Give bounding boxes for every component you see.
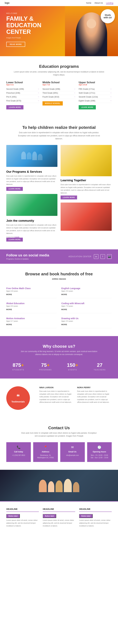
nina-name: NINA LARSON xyxy=(39,386,74,389)
social-tag: #EDUCATION CENTER xyxy=(69,256,91,258)
class-drawing-title: Drawing with Us xyxy=(61,317,112,320)
testimonials-section: ❝ Testimonials NINA LARSON Duis aute iru… xyxy=(0,378,118,418)
facebook-icon[interactable]: f xyxy=(100,254,105,259)
headlines-grid: HEADLINE Button label Lorem ipsum dolor … xyxy=(6,508,112,527)
contact-subtitle: Duis aute irure dolor in voluptate velit… xyxy=(20,432,98,438)
learning-text: Duis aute irure dolor in reprehenderit i… xyxy=(61,183,112,194)
hero-title: FAMILY &EDUCATIONCENTER xyxy=(6,16,60,35)
class-motion-more[interactable]: MORE xyxy=(6,324,12,326)
community-content: Join the community Duis aute irure dolor… xyxy=(6,219,57,242)
middle-school-age: Ages 7-15 xyxy=(42,84,76,86)
email-icon: ✉ xyxy=(63,445,82,449)
education-programs-section: Education programs Lorem ipsum dolor sit… xyxy=(0,56,118,117)
programs-title: Our Programs & Services xyxy=(6,170,57,174)
testimonial-nora: NORA PERRY Duis aute irure dolor in repr… xyxy=(77,386,112,404)
lower-grade-1: Second Grade (3/96) → xyxy=(6,87,39,91)
stat-students-label: STUDENTS xyxy=(6,369,30,371)
nav-logo: logo xyxy=(5,2,10,4)
headline-1-btn[interactable]: Button label xyxy=(6,514,20,518)
middle-grade-1: Second Grade (3/96) → xyxy=(42,87,76,91)
middle-grade-2: Third Grade (8/91) → xyxy=(42,91,76,95)
contact-phone-detail: +1 (234) 567-8910 xyxy=(9,454,28,456)
browse-title: Browse and book hundreds of free xyxy=(6,272,112,276)
middle-grade-3: Fourth Grade (9/10) → xyxy=(42,95,76,99)
testimonials-right: NINA LARSON Duis aute irure dolor in rep… xyxy=(39,386,112,404)
hero-read-more-button[interactable]: READ MORE xyxy=(6,42,25,47)
bubble-text: Studywith us! xyxy=(104,14,112,19)
community-learn-btn[interactable]: LEARN MORE xyxy=(6,238,23,242)
social-subtitle: Programs, Events & Updates xyxy=(6,258,49,260)
potential-section: To help children realize their potential… xyxy=(0,117,118,249)
program-middle-school: Middle School Ages 7-15 Second Grade (3/… xyxy=(42,81,76,110)
nora-text: Duis aute irure dolor in reprehenderit i… xyxy=(77,390,112,404)
class-math-title: Free Online Math Class xyxy=(6,287,57,290)
nav-links: home About Us Landing xyxy=(86,2,113,4)
lower-school-btn[interactable]: LEARN MORE xyxy=(6,105,23,110)
programs-text: Duis aute irure dolor in reprehenderit i… xyxy=(6,175,57,186)
education-title: Education programs xyxy=(6,64,112,69)
programs-grid: Lower School Ages 5-11 Second Grade (3/9… xyxy=(6,81,112,110)
class-english-title: English Language xyxy=(61,287,112,290)
class-irobot-age: Ages 8-9 years xyxy=(6,305,57,307)
class-drawing-more[interactable]: MORE xyxy=(61,324,67,326)
location-icon: 📍 xyxy=(36,445,55,449)
class-irobot-more[interactable]: MORE xyxy=(6,308,12,310)
why-subtitle: Join our community of life long learners… xyxy=(20,350,98,356)
browse-grid: Free Online Math Class Ages 6-8 years MO… xyxy=(6,285,112,328)
contact-email-detail: info@sample.com xyxy=(63,454,82,456)
linkedin-icon[interactable]: in xyxy=(94,254,98,259)
stat-students: 875+ STUDENTS xyxy=(6,362,30,371)
instagram-icon[interactable]: 📷 xyxy=(107,254,112,259)
study-bubble: Studywith us! xyxy=(101,9,115,23)
upper-grade-1: Fifth Grade (17/1a) → xyxy=(79,87,112,91)
nav-home[interactable]: home xyxy=(86,2,91,4)
image-credit: Images from Freepik xyxy=(6,236,57,238)
potential-grid: Our Programs & Services Duis aute irure … xyxy=(6,145,112,242)
contact-address-detail: Streetname, St.Washingtom DC, 07001 xyxy=(36,454,55,459)
nav-landing[interactable]: Landing xyxy=(106,2,113,4)
class-minecraft-title: Coding with Minecraft xyxy=(61,302,112,304)
upper-school-btn[interactable]: LEARN MORE xyxy=(79,105,96,110)
class-math-age: Ages 6-8 years xyxy=(6,290,57,292)
programs-learn-btn[interactable]: LEARN MORE xyxy=(6,187,23,191)
social-icons: in f 📷 xyxy=(94,254,112,259)
middle-school-btn[interactable]: MIDDLE SCHOOL xyxy=(42,101,63,106)
stat-events-number: 150+ xyxy=(61,362,85,368)
hero-welcome-label: WELCOME xyxy=(6,12,60,14)
class-math-more[interactable]: MORE xyxy=(6,294,12,296)
headline-3-title: HEADLINE xyxy=(79,508,112,512)
footer-headlines-section: HEADLINE Button label Lorem ipsum dolor … xyxy=(0,501,118,534)
browse-subtitle: online classes xyxy=(6,278,112,280)
social-media-section: Follow us on social media Programs, Even… xyxy=(0,249,118,264)
extra-image xyxy=(61,202,112,231)
class-motion-age: Ages 5-7 years xyxy=(6,320,57,322)
program-upper-school: Upper School Ages 14-18 Fifth Grade (17/… xyxy=(79,81,112,110)
headline-2-text: Lorem ipsum dolor sit amet, conse ctetur… xyxy=(43,519,75,527)
learning-learn-btn[interactable]: LEARN MORE xyxy=(61,196,77,200)
hero-section: WELCOME FAMILY &EDUCATIONCENTER Images f… xyxy=(0,6,118,56)
testimonials-label: Testimonials xyxy=(12,400,25,403)
stat-students-number: 875+ xyxy=(6,362,30,368)
stat-teachers-label: TEACHERS xyxy=(88,369,112,371)
headline-2-title: HEADLINE xyxy=(43,508,75,512)
programs-content: Our Programs & Services Duis aute irure … xyxy=(6,170,57,191)
headline-3-btn[interactable]: Button label xyxy=(79,514,93,518)
learning-image xyxy=(61,145,112,176)
contact-grid: 📞 Call today +1 (234) 567-8910 📍 Address… xyxy=(6,442,112,462)
quote-mark-icon: ❝ xyxy=(16,394,20,400)
photo-section xyxy=(0,470,118,501)
contact-phone-title: Call today xyxy=(9,451,28,453)
upper-grade-2: Sixth Grade (17/11) → xyxy=(79,91,112,95)
class-minecraft-more[interactable]: MORE xyxy=(61,308,67,310)
contact-email-title: Email Us xyxy=(63,451,82,453)
class-english-more[interactable]: MORE xyxy=(61,294,67,296)
class-math: Free Online Math Class Ages 6-8 years MO… xyxy=(6,285,57,298)
class-motion-title: Motion Animation xyxy=(6,317,57,320)
potential-right-col: Learning Together Duis aute irure dolor … xyxy=(61,145,112,242)
education-subtitle: Lorem ipsum dolor sit amet, consectetur … xyxy=(12,70,106,76)
headline-1-text: Lorem ipsum dolor sit amet, conse ctetur… xyxy=(6,519,39,527)
nav-about[interactable]: About Us xyxy=(94,2,103,4)
programs-image xyxy=(6,145,57,167)
class-irobot-title: iRobot Education xyxy=(6,302,57,304)
headline-2-btn[interactable]: Button label xyxy=(43,514,56,518)
